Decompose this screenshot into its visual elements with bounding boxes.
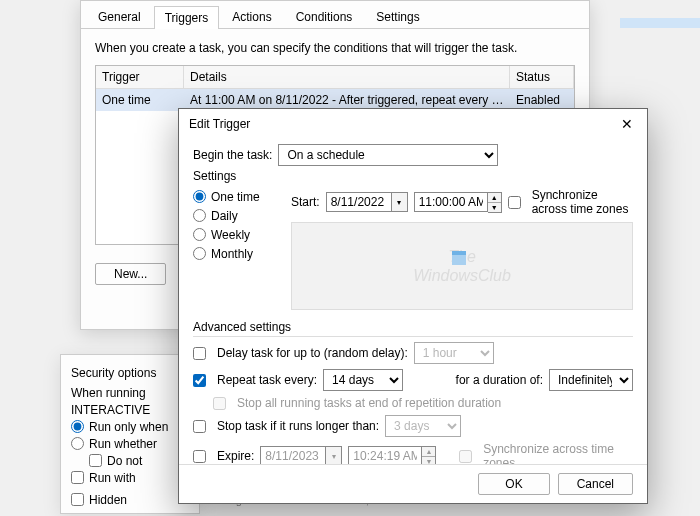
delay-check[interactable] [193,347,206,360]
cancel-button[interactable]: Cancel [558,473,633,495]
one-time-label: One time [211,190,260,204]
when-running-label: When running [71,386,189,400]
run-only-label: Run only when [89,420,168,434]
hidden-label: Hidden [89,493,127,507]
duration-label: for a duration of: [456,373,543,387]
delay-select: 1 hour [414,342,494,364]
run-only-radio[interactable] [71,420,84,433]
parent-window-accent [620,18,700,28]
recurrence-panel: TheWindowsClub [291,222,633,310]
begin-task-select[interactable]: On a schedule [278,144,498,166]
security-options-label: Security options [71,366,189,380]
monthly-label: Monthly [211,247,253,261]
start-label: Start: [291,195,320,209]
delay-label: Delay task for up to (random delay): [217,346,408,360]
run-whether-radio[interactable] [71,437,84,450]
do-not-check[interactable] [89,454,102,467]
cell-trigger: One time [96,89,184,111]
stop-if-check[interactable] [193,420,206,433]
sync-tz-label: Synchronize across time zones [532,188,633,216]
expire-date-input [260,446,326,464]
settings-label: Settings [193,169,633,183]
stop-all-label: Stop all running tasks at end of repetit… [237,396,501,410]
new-button[interactable]: New... [95,263,166,285]
interactive-label: INTERACTIVE [71,403,189,417]
start-time-input[interactable] [414,192,488,212]
hidden-check[interactable] [71,493,84,506]
duration-select[interactable]: Indefinitely [549,369,633,391]
watermark-square-icon [452,251,466,265]
sync-tz-check[interactable] [508,196,521,209]
col-status[interactable]: Status [510,66,574,88]
expire-sync-tz-check [459,450,472,463]
do-not-label: Do not [107,454,142,468]
expire-label: Expire: [217,449,254,463]
ok-button[interactable]: OK [478,473,549,495]
daily-label: Daily [211,209,238,223]
monthly-radio[interactable] [193,247,206,260]
weekly-label: Weekly [211,228,250,242]
run-with-check[interactable] [71,471,84,484]
expire-time-input [348,446,422,465]
start-date-input[interactable] [326,192,392,212]
tab-triggers[interactable]: Triggers [154,6,220,29]
edit-trigger-dialog: Edit Trigger ✕ Begin the task: On a sche… [178,108,648,504]
weekly-radio[interactable] [193,228,206,241]
tab-settings[interactable]: Settings [365,5,430,28]
tab-actions[interactable]: Actions [221,5,282,28]
col-details[interactable]: Details [184,66,510,88]
stop-if-select: 3 days [385,415,461,437]
time-spinner: ▲▼ [422,446,436,465]
tab-general[interactable]: General [87,5,152,28]
calendar-icon[interactable]: ▾ [392,192,408,212]
advanced-settings-label: Advanced settings [193,320,633,337]
one-time-radio[interactable] [193,190,206,203]
dialog-title: Edit Trigger [189,117,250,131]
expire-sync-tz-label: Synchronize across time zones [483,442,633,464]
repeat-select[interactable]: 14 days [323,369,403,391]
begin-task-label: Begin the task: [193,148,272,162]
run-whether-label: Run whether [89,437,157,451]
calendar-icon: ▾ [326,446,342,464]
repeat-label: Repeat task every: [217,373,317,387]
expire-check[interactable] [193,450,206,463]
tabstrip: General Triggers Actions Conditions Sett… [81,1,589,29]
stop-if-label: Stop task if it runs longer than: [217,419,379,433]
run-with-label: Run with [89,471,136,485]
repeat-check[interactable] [193,374,206,387]
col-trigger[interactable]: Trigger [96,66,184,88]
tab-conditions[interactable]: Conditions [285,5,364,28]
daily-radio[interactable] [193,209,206,222]
close-icon[interactable]: ✕ [607,109,647,139]
time-spinner[interactable]: ▲▼ [488,192,502,213]
tab-hint: When you create a task, you can specify … [95,41,575,55]
stop-all-check [213,397,226,410]
